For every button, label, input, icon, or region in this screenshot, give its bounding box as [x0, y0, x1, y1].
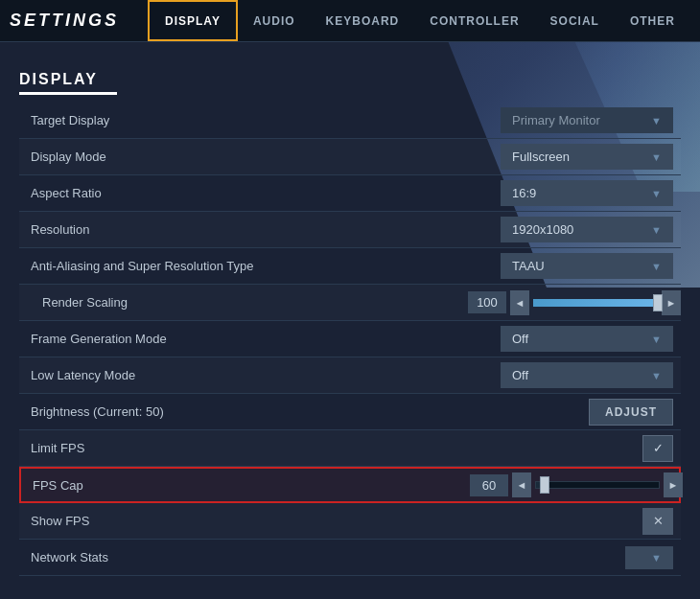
chevron-down-icon: ▼ [651, 370, 662, 381]
control-resolution: 1920x1080 ▼ [460, 213, 681, 246]
section-title: DISPLAY [19, 71, 117, 95]
x-icon: ✕ [653, 514, 664, 528]
dropdown-anti-aliasing[interactable]: TAAU ▼ [501, 253, 673, 279]
label-target-display: Target Display [19, 107, 460, 133]
top-nav: SETTINGS DISPLAY AUDIO KEYBOARD CONTROLL… [0, 0, 700, 42]
row-resolution: Resolution 1920x1080 ▼ [19, 212, 681, 248]
tab-other[interactable]: OTHER [615, 0, 690, 41]
dropdown-aspect-ratio[interactable]: 16:9 ▼ [501, 180, 673, 206]
row-show-fps: Show FPS ✕ [19, 503, 681, 540]
control-frame-generation: Off ▼ [460, 322, 681, 356]
row-frame-generation: Frame Generation Mode Off ▼ [19, 321, 681, 357]
row-limit-fps: Limit FPS ✓ [19, 430, 681, 467]
render-scaling-fill [533, 299, 658, 307]
show-fps-button[interactable]: ✕ [642, 508, 673, 535]
dropdown-aspect-ratio-value: 16:9 [512, 186, 536, 200]
dropdown-target-display[interactable]: Primary Monitor ▼ [501, 107, 673, 133]
tab-audio[interactable]: AUDIO [238, 0, 311, 41]
fps-cap-decrease-button[interactable]: ◄ [512, 472, 531, 497]
chevron-down-icon: ▼ [651, 552, 662, 564]
row-display-mode: Display Mode Fullscreen ▼ [19, 139, 681, 175]
settings-table: Target Display Primary Monitor ▼ Display… [19, 103, 681, 576]
dropdown-target-display-value: Primary Monitor [512, 113, 600, 127]
brightness-adjust-button[interactable]: ADJUST [589, 399, 673, 426]
fps-cap-increase-button[interactable]: ► [664, 472, 683, 497]
control-render-scaling: 100 ◄ ► [460, 287, 688, 319]
label-frame-generation: Frame Generation Mode [19, 326, 460, 352]
tab-display[interactable]: DISPLAY [148, 0, 238, 41]
row-anti-aliasing: Anti-Aliasing and Super Resolution Type … [19, 248, 681, 285]
dropdown-anti-aliasing-value: TAAU [512, 259, 545, 273]
label-render-scaling: Render Scaling [19, 289, 460, 315]
checkmark-icon: ✓ [653, 441, 664, 455]
label-resolution: Resolution [19, 217, 460, 242]
row-network-stats: Network Stats ▼ [19, 540, 681, 576]
control-limit-fps: ✓ [460, 431, 681, 466]
row-low-latency: Low Latency Mode Off ▼ [19, 357, 681, 394]
chevron-down-icon: ▼ [651, 115, 662, 127]
label-anti-aliasing: Anti-Aliasing and Super Resolution Type [19, 253, 460, 279]
fps-cap-thumb[interactable] [540, 476, 549, 494]
row-brightness: Brightness (Current: 50) ADJUST [19, 394, 681, 430]
fps-cap-value: 60 [470, 474, 508, 496]
limit-fps-checkbox[interactable]: ✓ [642, 435, 673, 462]
render-scaling-thumb[interactable] [653, 294, 663, 311]
row-aspect-ratio: Aspect Ratio 16:9 ▼ [19, 175, 681, 212]
dropdown-frame-generation-value: Off [512, 332, 528, 346]
control-display-mode: Fullscreen ▼ [460, 140, 681, 173]
chevron-down-icon: ▼ [651, 224, 662, 236]
fps-cap-track[interactable] [535, 481, 660, 489]
label-display-mode: Display Mode [19, 144, 460, 170]
row-render-scaling: Render Scaling 100 ◄ ► [19, 285, 681, 321]
dropdown-resolution[interactable]: 1920x1080 ▼ [501, 217, 673, 242]
control-network-stats: ▼ [460, 542, 681, 573]
fps-cap-slider-container: 60 ◄ ► [470, 472, 683, 497]
label-brightness: Brightness (Current: 50) [19, 399, 460, 425]
label-limit-fps: Limit FPS [19, 435, 460, 461]
tab-social[interactable]: SOCIAL [535, 0, 615, 41]
control-anti-aliasing: TAAU ▼ [460, 249, 681, 283]
render-scaling-track[interactable] [533, 299, 658, 307]
dropdown-network-stats[interactable]: ▼ [625, 546, 673, 569]
control-brightness: ADJUST [460, 395, 681, 429]
render-scaling-slider-container: 100 ◄ ► [468, 290, 681, 315]
dropdown-low-latency[interactable]: Off ▼ [501, 362, 673, 388]
render-scaling-decrease-button[interactable]: ◄ [510, 290, 529, 315]
tab-keyboard[interactable]: KEYBOARD [311, 0, 415, 41]
tab-accessibility[interactable]: ACCESSIBILITY [690, 0, 700, 41]
dropdown-resolution-value: 1920x1080 [512, 222, 573, 237]
tab-controller[interactable]: CONTROLLER [414, 0, 534, 41]
label-network-stats: Network Stats [19, 544, 460, 570]
chevron-down-icon: ▼ [651, 261, 662, 272]
render-scaling-increase-button[interactable]: ► [662, 290, 681, 315]
label-low-latency: Low Latency Mode [19, 362, 460, 388]
control-low-latency: Off ▼ [460, 358, 681, 392]
dropdown-display-mode-value: Fullscreen [512, 150, 570, 164]
chevron-down-icon: ▼ [651, 334, 662, 345]
render-scaling-value: 100 [468, 291, 506, 313]
chevron-down-icon: ▼ [651, 151, 662, 163]
control-aspect-ratio: 16:9 ▼ [460, 176, 681, 210]
dropdown-display-mode[interactable]: Fullscreen ▼ [501, 144, 673, 170]
control-fps-cap: 60 ◄ ► [462, 469, 690, 501]
dropdown-frame-generation[interactable]: Off ▼ [501, 326, 673, 352]
label-aspect-ratio: Aspect Ratio [19, 180, 460, 206]
nav-tabs: DISPLAY AUDIO KEYBOARD CONTROLLER SOCIAL… [148, 0, 700, 41]
app-logo: SETTINGS [10, 11, 119, 31]
main-content: DISPLAY Target Display Primary Monitor ▼… [0, 42, 700, 595]
label-fps-cap: FPS Cap [21, 472, 462, 498]
row-target-display: Target Display Primary Monitor ▼ [19, 103, 681, 139]
control-show-fps: ✕ [460, 504, 681, 539]
control-target-display: Primary Monitor ▼ [460, 104, 681, 137]
chevron-down-icon: ▼ [651, 188, 662, 199]
row-fps-cap: FPS Cap 60 ◄ ► [19, 467, 681, 503]
label-show-fps: Show FPS [19, 508, 460, 534]
dropdown-low-latency-value: Off [512, 368, 528, 382]
